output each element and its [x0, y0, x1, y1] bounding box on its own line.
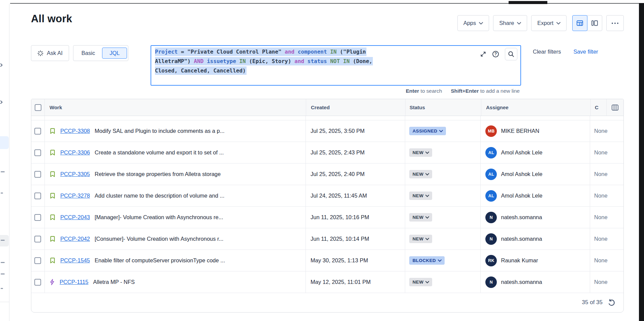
table-row[interactable]: PCCP-3306Create a standalone volume and …	[31, 142, 623, 164]
created-cell: Jul 25, 2025, 2:40 PM	[306, 164, 405, 185]
jql-token: status	[308, 58, 327, 64]
status-badge[interactable]: NEW	[409, 213, 432, 222]
status-badge[interactable]: NEW	[409, 192, 432, 200]
assignee-cell: Nnatesh.somanna	[481, 228, 590, 250]
extra-cell: None	[590, 207, 623, 228]
issue-key-link[interactable]: PCCP-1115	[60, 279, 89, 285]
work-cell: PCCP-1545Enable filter of computeServer …	[45, 250, 306, 271]
jql-token	[204, 58, 207, 64]
row-checkbox[interactable]	[34, 128, 41, 135]
more-options-button[interactable]	[606, 15, 624, 31]
detail-view-toggle[interactable]	[587, 15, 602, 31]
status-badge[interactable]: NEW	[409, 148, 432, 157]
sidebar-item-fragment	[1, 273, 5, 274]
expand-icon[interactable]	[480, 51, 486, 57]
mode-basic[interactable]: Basic	[74, 48, 102, 58]
clear-filters-link[interactable]: Clear filters	[533, 49, 561, 55]
chevron-down-icon	[425, 216, 429, 219]
columns-config-icon[interactable]	[611, 104, 619, 111]
help-icon[interactable]: ?	[492, 51, 499, 58]
created-cell: Jul 25, 2025, 3:50 PM	[306, 120, 405, 142]
assignee-name: Amol Ashok Lele	[501, 193, 542, 199]
story-icon	[50, 171, 56, 177]
avatar: N	[485, 212, 497, 223]
column-header-work[interactable]: Work	[45, 99, 306, 116]
row-checkbox[interactable]	[34, 279, 41, 286]
sidebar-hover-item[interactable]	[0, 235, 9, 246]
extra-cell: None	[590, 120, 623, 142]
ask-ai-button[interactable]: Ask AI	[31, 45, 69, 61]
assignee-cell: MBMIKE BERHAN	[481, 120, 590, 142]
table-view-toggle[interactable]	[572, 15, 587, 31]
work-cell: PCCP-3278Add cluster name to the descrip…	[45, 185, 306, 206]
configure-columns-cell	[607, 99, 623, 116]
avatar: N	[485, 276, 497, 288]
assignee-cell: ALAmol Ashok Lele	[481, 164, 590, 185]
issue-key-link[interactable]: PCCP-3305	[60, 171, 90, 177]
avatar: RK	[485, 255, 497, 266]
issue-summary: Modify SAL and Plugin to include comment…	[95, 128, 225, 134]
row-select-cell	[31, 142, 45, 163]
issue-key-link[interactable]: PCCP-1545	[60, 257, 90, 264]
table-row[interactable]: PCCP-3308Modify SAL and Plugin to includ…	[31, 120, 623, 142]
table-row[interactable]: PCCP-1115Alletra MP - NFSMay 12, 2025, 1…	[31, 271, 623, 293]
issue-key-link[interactable]: PCCP-3308	[60, 128, 90, 134]
status-badge[interactable]: BLOCKED	[409, 256, 445, 265]
column-header-assignee[interactable]: Assignee	[481, 99, 591, 116]
chevron-down-icon	[425, 281, 429, 284]
row-checkbox[interactable]	[34, 257, 41, 264]
sidebar-active-item[interactable]	[0, 136, 9, 149]
avatar: AL	[485, 169, 497, 180]
search-button[interactable]	[505, 48, 517, 60]
status-badge[interactable]: NEW	[409, 235, 432, 243]
jql-input[interactable]: Project = "Private Cloud Control Plane" …	[151, 45, 521, 86]
row-checkbox[interactable]	[34, 214, 41, 221]
hint-shift-text: to add a new line	[479, 88, 520, 94]
assignee-name: Amol Ashok Lele	[501, 149, 542, 156]
more-icon	[614, 23, 616, 24]
refresh-icon	[608, 299, 615, 307]
select-all-checkbox[interactable]	[35, 104, 41, 111]
table-row[interactable]: PCCP-2042[Consumer]- Volume Creation wit…	[31, 228, 623, 250]
work-cell: PCCP-3306Create a standalone volume and …	[45, 142, 306, 163]
share-button[interactable]: Share	[493, 15, 527, 31]
apps-button[interactable]: Apps	[457, 15, 489, 31]
row-checkbox[interactable]	[34, 236, 41, 242]
status-badge[interactable]: NEW	[409, 278, 432, 286]
jql-token: IN	[239, 58, 246, 64]
issue-key-link[interactable]: PCCP-2043	[60, 214, 90, 221]
story-icon	[50, 214, 56, 221]
status-badge[interactable]: ASSIGNED	[409, 127, 446, 135]
ask-ai-label: Ask AI	[47, 50, 63, 56]
apps-button-label: Apps	[463, 20, 476, 26]
work-items-table: Work Created Status Assignee C PCCP-3308…	[31, 99, 624, 313]
chevron-down-icon	[556, 22, 560, 25]
issue-key-link[interactable]: PCCP-3278	[60, 193, 90, 199]
table-row[interactable]: PCCP-3305Retrieve the storage properties…	[31, 164, 623, 185]
issue-key-link[interactable]: PCCP-3306	[60, 149, 90, 156]
column-header-extra[interactable]: C	[591, 99, 607, 116]
avatar: N	[485, 233, 497, 245]
column-header-status[interactable]: Status	[406, 99, 481, 116]
chevron-down-icon	[479, 22, 483, 25]
table-row[interactable]: PCCP-2043[Manager]- Volume Creation with…	[31, 207, 623, 228]
jql-token: NOT IN	[330, 58, 350, 64]
row-select-cell	[31, 120, 45, 142]
share-button-label: Share	[499, 20, 514, 26]
table-row[interactable]: PCCP-1545Enable filter of computeServer …	[31, 250, 623, 271]
mode-jql[interactable]: JQL	[102, 48, 127, 59]
jql-token	[327, 49, 330, 55]
extra-cell: None	[590, 164, 623, 185]
row-checkbox[interactable]	[34, 193, 41, 199]
work-cell: PCCP-1115Alletra MP - NFS	[45, 271, 306, 293]
export-button[interactable]: Export	[531, 15, 567, 31]
refresh-button[interactable]	[608, 299, 615, 307]
column-header-created[interactable]: Created	[306, 99, 406, 116]
issue-key-link[interactable]: PCCP-2042	[60, 236, 90, 242]
story-icon	[50, 236, 56, 242]
status-badge[interactable]: NEW	[409, 170, 432, 178]
save-filter-link[interactable]: Save filter	[573, 49, 598, 55]
row-checkbox[interactable]	[34, 149, 41, 156]
row-checkbox[interactable]	[34, 171, 41, 178]
table-row[interactable]: PCCP-3278Add cluster name to the descrip…	[31, 185, 623, 207]
